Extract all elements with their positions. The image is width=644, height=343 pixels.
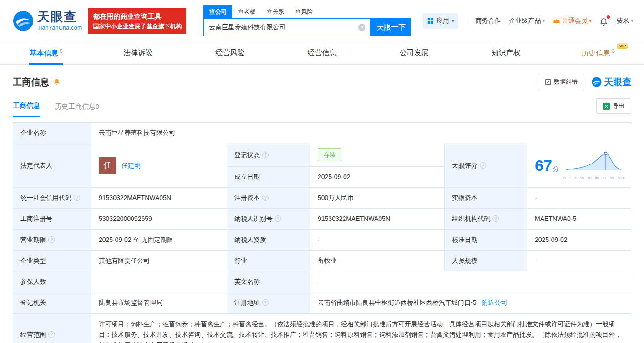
taxpayer-id-label: 纳税人识别号? [227,209,310,230]
vip-badge: VIP [617,43,629,49]
subscribe-bell-icon[interactable] [53,78,61,86]
crown-icon [553,18,560,24]
paid-capital-value: - [527,187,631,208]
notification-bell[interactable] [599,17,608,26]
export-button[interactable]: 导出 [596,98,631,114]
company-nav-tabs: 基本信息5 法律诉讼 经营风险 经营信息 公司发展 知识产权 历史信息3 VIP [0,42,644,65]
help-icon[interactable]: ? [275,215,281,222]
tab-company-development[interactable]: 公司发展 [368,42,460,64]
data-correction-button[interactable]: 数据纠错 [538,74,584,90]
establish-date-label: 成立日期 [227,166,310,187]
search-input[interactable] [204,24,358,31]
promo-line2: 国家中小企业发展子基金旗下机构 [93,22,182,31]
vip-label: 开通会员 [562,17,588,25]
tab-label: 知识产权 [492,49,521,56]
tab-business-info[interactable]: 经营信息 [276,42,368,64]
clear-search-icon[interactable]: × [358,24,365,31]
vip-menu[interactable]: 开通会员 ▾ [553,17,592,25]
establish-date-value: 2025-09-02 [310,166,445,187]
search-area: 查公司 查老板 查关系 查风险 × 天眼一下 [203,5,411,36]
reg-number-value: 530322000092659 [91,209,227,230]
promo-banner: 都在用的商业查询工具 国家中小企业发展子基金旗下机构 [88,8,186,34]
taxpayer-quality-value: - [310,230,445,251]
help-icon[interactable]: ? [480,162,486,169]
help-icon[interactable]: ? [492,215,499,222]
taxpayer-id-value: 91530322MAETNWA05N [310,209,445,230]
section-header: 工商信息 数据纠错 天眼查 [0,65,644,90]
business-term-value: 2025-09-02 至 无固定期限 [91,230,227,251]
org-code-label: 组织机构代码? [445,209,527,230]
tianyancha-logo[interactable]: 天眼查 TianYanCha.com [13,10,82,31]
logo-domain-text: TianYanCha.com [37,25,82,31]
tab-label: 公司发展 [400,49,429,56]
table-row: 参保人数 - 英文名称 - [13,271,631,292]
tab-badge: 5 [60,48,63,54]
search-button[interactable]: 天眼一下 [371,18,411,36]
chevron-down-icon: ▾ [452,19,454,23]
business-term-label: 营业期限? [13,230,91,251]
tab-label: 经营风险 [215,49,244,56]
reg-capital-label: 注册资本? [227,187,310,208]
chevron-down-icon: ▾ [543,19,545,23]
edit-icon [545,79,551,85]
search-tab-company[interactable]: 查公司 [203,5,232,18]
menu-divider [467,16,467,26]
search-tabs: 查公司 查老板 查关系 查风险 [203,5,411,18]
insured-count-value: - [91,271,227,292]
table-row: 统一社会信用代码? 91530322MAETNWA05N 注册资本? 500万人… [13,187,631,208]
search-tab-boss[interactable]: 查老板 [232,5,261,18]
search-tab-risk[interactable]: 查风险 [289,5,318,18]
tab-operating-risk[interactable]: 经营风险 [184,42,276,64]
tab-history-info[interactable]: 历史信息3 VIP [552,42,644,64]
help-icon[interactable]: ? [74,195,80,201]
taxpayer-quality-label: 纳税人资质 [227,230,310,251]
cooperation-link[interactable]: 商务合作 [475,17,501,25]
logo-brand-text: 天眼查 [37,11,82,23]
tab-intellectual-property[interactable]: 知识产权 [460,42,552,64]
tab-label: 法律诉讼 [123,49,152,56]
reg-status-label: 登记状态? [227,143,310,166]
user-menu[interactable]: 费米 ▾ [616,17,633,25]
nearby-companies-link[interactable]: 附近公司 [482,299,507,306]
business-info-table: 企业名称 云南巨星养殖科技有限公司 法定代表人 任 任建明 登记状态? 存续 天… [13,122,631,343]
business-info-table-wrap: 企业名称 云南巨星养殖科技有限公司 法定代表人 任 任建明 登记状态? 存续 天… [0,117,644,343]
enterprise-label: 企业级产品 [509,17,541,25]
business-scope-value: 许可项目：饲料生产；牲畜饲养；种畜禽生产；种畜禽经营。（依法须经批准的项目，经相… [91,313,631,343]
approval-date-label: 核准日期 [445,230,527,251]
section-title: 工商信息 [13,76,49,88]
score-widget[interactable]: 67分 0131550859799100 [535,150,624,181]
tab-legal-proceedings[interactable]: 法律诉讼 [92,42,184,64]
reg-capital-value: 500万人民币 [310,187,445,208]
enterprise-products-menu[interactable]: 企业级产品 ▾ [509,17,545,25]
notification-dot [607,15,610,19]
insured-count-label: 参保人数 [13,271,91,292]
industry-label: 行业 [227,251,310,271]
data-correction-label: 数据纠错 [554,78,578,86]
help-icon[interactable]: ? [262,299,269,306]
apps-menu[interactable]: 应用 ▾ [423,13,459,29]
subtab-history-registration[interactable]: 历史工商信息0 [55,102,99,117]
legal-rep-avatar[interactable]: 任 [99,157,116,174]
tab-basic-info[interactable]: 基本信息5 [0,42,92,64]
table-row: 企业名称 云南巨星养殖科技有限公司 [13,123,631,143]
help-icon[interactable]: ? [262,152,269,158]
tab-label: 历史信息 [581,49,610,57]
legal-rep-label: 法定代表人 [13,143,91,188]
help-icon[interactable]: ? [48,331,55,338]
company-type-value: 其他有限责任公司 [91,251,227,271]
status-badge: 存续 [318,148,341,161]
table-row: 营业期限? 2025-09-02 至 无固定期限 纳税人资质 - 核准日期 20… [13,230,631,251]
username: 费米 [616,17,629,25]
company-type-label: 企业类型 [13,251,91,271]
reg-authority-value: 陆良县市场监督管理局 [91,292,227,313]
reg-address-value: 云南省曲靖市陆良县中枢街道西桥社区西桥汽车城门口-5 附近公司 [310,292,631,313]
sub-tabs: 工商信息 历史工商信息0 导出 [0,90,644,117]
legal-rep-link[interactable]: 任建明 [122,160,141,171]
legal-rep-value: 任 任建明 [91,143,227,188]
search-tab-relation[interactable]: 查关系 [261,5,289,18]
help-icon[interactable]: ? [48,236,55,243]
chevron-down-icon: ▾ [631,19,633,23]
table-row: 工商注册号 530322000092659 纳税人识别号? 91530322MA… [13,209,631,230]
subtab-business-registration[interactable]: 工商信息 [13,102,40,117]
help-icon[interactable]: ? [262,195,269,201]
